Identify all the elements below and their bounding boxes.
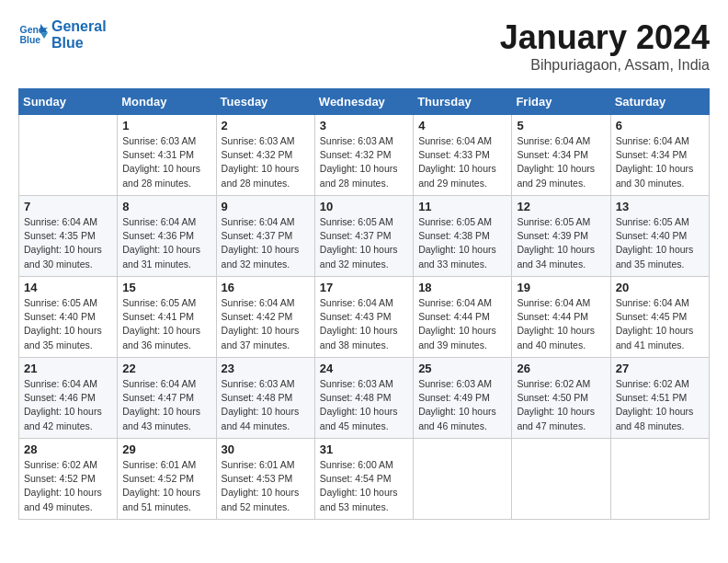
day-number: 10 [320,200,408,213]
weekday-header: Monday [118,89,216,115]
day-number: 26 [517,362,605,375]
day-number: 25 [418,362,506,375]
calendar-cell: 27Sunrise: 6:02 AM Sunset: 4:51 PM Dayli… [610,358,709,439]
day-info: Sunrise: 6:04 AM Sunset: 4:44 PM Dayligh… [418,296,506,352]
day-info: Sunrise: 6:03 AM Sunset: 4:32 PM Dayligh… [320,134,408,190]
calendar-cell: 21Sunrise: 6:04 AM Sunset: 4:46 PM Dayli… [19,358,118,439]
weekday-header: Wednesday [314,89,413,115]
day-number: 1 [122,119,210,132]
day-info: Sunrise: 6:04 AM Sunset: 4:44 PM Dayligh… [517,296,605,352]
day-number: 8 [122,200,210,213]
calendar-week-row: 7Sunrise: 6:04 AM Sunset: 4:35 PM Daylig… [19,196,710,277]
day-number: 5 [517,119,605,132]
day-number: 30 [222,442,310,456]
day-number: 19 [517,281,605,294]
day-number: 4 [418,119,506,132]
day-info: Sunrise: 6:04 AM Sunset: 4:37 PM Dayligh… [222,215,310,271]
day-info: Sunrise: 6:04 AM Sunset: 4:35 PM Dayligh… [24,215,112,271]
calendar-week-row: 14Sunrise: 6:05 AM Sunset: 4:40 PM Dayli… [19,277,710,358]
weekday-header: Sunday [19,89,118,115]
calendar-table: SundayMondayTuesdayWednesdayThursdayFrid… [18,88,710,520]
calendar-cell [19,115,118,196]
calendar-cell: 24Sunrise: 6:03 AM Sunset: 4:48 PM Dayli… [314,358,413,439]
calendar-cell: 3Sunrise: 6:03 AM Sunset: 4:32 PM Daylig… [314,115,413,196]
day-info: Sunrise: 6:04 AM Sunset: 4:36 PM Dayligh… [122,215,210,271]
day-number: 15 [122,281,210,294]
calendar-cell: 29Sunrise: 6:01 AM Sunset: 4:52 PM Dayli… [118,439,216,520]
calendar-cell: 5Sunrise: 6:04 AM Sunset: 4:34 PM Daylig… [512,115,610,196]
calendar-cell [512,439,610,520]
day-info: Sunrise: 6:03 AM Sunset: 4:32 PM Dayligh… [222,134,310,190]
day-number: 24 [320,362,408,375]
day-number: 2 [222,119,310,132]
day-info: Sunrise: 6:05 AM Sunset: 4:40 PM Dayligh… [24,296,112,352]
day-info: Sunrise: 6:03 AM Sunset: 4:48 PM Dayligh… [320,377,408,433]
weekday-header: Saturday [610,89,709,115]
logo-blue: Blue [51,35,107,52]
calendar-cell: 18Sunrise: 6:04 AM Sunset: 4:44 PM Dayli… [414,277,512,358]
svg-marker-3 [40,33,48,39]
page-header: General Blue General Blue January 2024 B… [18,18,710,74]
calendar-week-row: 1Sunrise: 6:03 AM Sunset: 4:31 PM Daylig… [19,115,710,196]
day-info: Sunrise: 6:04 AM Sunset: 4:46 PM Dayligh… [24,377,112,433]
logo-icon: General Blue [18,22,48,48]
weekday-header-row: SundayMondayTuesdayWednesdayThursdayFrid… [19,89,710,115]
calendar-cell: 17Sunrise: 6:04 AM Sunset: 4:43 PM Dayli… [314,277,413,358]
month-title: January 2024 [500,18,710,57]
calendar-cell: 8Sunrise: 6:04 AM Sunset: 4:36 PM Daylig… [118,196,216,277]
title-block: January 2024 Bihpuriagaon, Assam, India [500,18,710,74]
day-number: 27 [616,362,704,375]
calendar-week-row: 28Sunrise: 6:02 AM Sunset: 4:52 PM Dayli… [19,439,710,520]
calendar-cell: 11Sunrise: 6:05 AM Sunset: 4:38 PM Dayli… [414,196,512,277]
day-info: Sunrise: 6:05 AM Sunset: 4:41 PM Dayligh… [122,296,210,352]
calendar-cell: 20Sunrise: 6:04 AM Sunset: 4:45 PM Dayli… [610,277,709,358]
logo-general: General [51,18,107,35]
calendar-cell: 19Sunrise: 6:04 AM Sunset: 4:44 PM Dayli… [512,277,610,358]
day-info: Sunrise: 6:04 AM Sunset: 4:34 PM Dayligh… [517,134,605,190]
day-info: Sunrise: 6:05 AM Sunset: 4:40 PM Dayligh… [616,215,704,271]
calendar-cell: 31Sunrise: 6:00 AM Sunset: 4:54 PM Dayli… [314,439,413,520]
day-info: Sunrise: 6:05 AM Sunset: 4:39 PM Dayligh… [517,215,605,271]
day-info: Sunrise: 6:04 AM Sunset: 4:47 PM Dayligh… [122,377,210,433]
logo: General Blue General Blue [18,18,107,52]
calendar-cell: 7Sunrise: 6:04 AM Sunset: 4:35 PM Daylig… [19,196,118,277]
day-number: 22 [122,362,210,375]
day-number: 21 [24,362,112,375]
day-info: Sunrise: 6:03 AM Sunset: 4:48 PM Dayligh… [222,377,310,433]
calendar-cell: 14Sunrise: 6:05 AM Sunset: 4:40 PM Dayli… [19,277,118,358]
day-info: Sunrise: 6:03 AM Sunset: 4:49 PM Dayligh… [418,377,506,433]
svg-text:Blue: Blue [20,35,41,45]
day-info: Sunrise: 6:02 AM Sunset: 4:51 PM Dayligh… [616,377,704,433]
day-number: 18 [418,281,506,294]
calendar-cell: 9Sunrise: 6:04 AM Sunset: 4:37 PM Daylig… [216,196,314,277]
day-number: 9 [222,200,310,213]
calendar-cell: 23Sunrise: 6:03 AM Sunset: 4:48 PM Dayli… [216,358,314,439]
day-info: Sunrise: 6:02 AM Sunset: 4:52 PM Dayligh… [24,458,112,514]
calendar-cell: 16Sunrise: 6:04 AM Sunset: 4:42 PM Dayli… [216,277,314,358]
day-number: 12 [517,200,605,213]
calendar-cell: 1Sunrise: 6:03 AM Sunset: 4:31 PM Daylig… [118,115,216,196]
day-number: 23 [222,362,310,375]
calendar-cell: 25Sunrise: 6:03 AM Sunset: 4:49 PM Dayli… [414,358,512,439]
day-info: Sunrise: 6:01 AM Sunset: 4:53 PM Dayligh… [222,458,310,514]
calendar-cell [610,439,709,520]
location-subtitle: Bihpuriagaon, Assam, India [500,57,710,74]
day-info: Sunrise: 6:01 AM Sunset: 4:52 PM Dayligh… [122,458,210,514]
calendar-cell: 26Sunrise: 6:02 AM Sunset: 4:50 PM Dayli… [512,358,610,439]
day-number: 29 [122,442,210,456]
day-info: Sunrise: 6:03 AM Sunset: 4:31 PM Dayligh… [122,134,210,190]
calendar-cell: 4Sunrise: 6:04 AM Sunset: 4:33 PM Daylig… [414,115,512,196]
calendar-week-row: 21Sunrise: 6:04 AM Sunset: 4:46 PM Dayli… [19,358,710,439]
day-number: 3 [320,119,408,132]
day-number: 31 [320,442,408,456]
day-info: Sunrise: 6:04 AM Sunset: 4:45 PM Dayligh… [616,296,704,352]
day-number: 17 [320,281,408,294]
calendar-cell: 10Sunrise: 6:05 AM Sunset: 4:37 PM Dayli… [314,196,413,277]
day-number: 20 [616,281,704,294]
calendar-cell: 22Sunrise: 6:04 AM Sunset: 4:47 PM Dayli… [118,358,216,439]
calendar-cell: 13Sunrise: 6:05 AM Sunset: 4:40 PM Dayli… [610,196,709,277]
day-number: 7 [24,200,112,213]
day-number: 13 [616,200,704,213]
weekday-header: Friday [512,89,610,115]
day-info: Sunrise: 6:04 AM Sunset: 4:42 PM Dayligh… [222,296,310,352]
